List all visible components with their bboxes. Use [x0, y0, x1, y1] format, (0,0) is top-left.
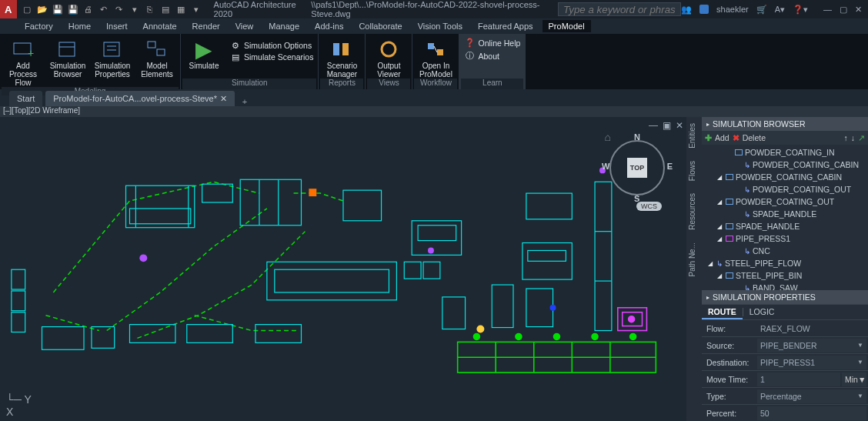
- doctab-start[interactable]: Start: [9, 91, 42, 106]
- qat-save-icon[interactable]: 💾: [52, 4, 63, 15]
- simulate-scenarios-button[interactable]: ▤Simulate Scenarios: [227, 52, 316, 62]
- scenario-manager-button[interactable]: ScenarioManager: [320, 37, 363, 79]
- signin-icon[interactable]: 👥: [681, 5, 692, 15]
- vp-close-icon[interactable]: ✕: [676, 120, 683, 131]
- svg-point-65: [630, 333, 636, 339]
- tab-promodel[interactable]: ProModel: [542, 20, 591, 32]
- avatar[interactable]: [699, 5, 709, 14]
- tab-manage[interactable]: Manage: [262, 20, 305, 32]
- drawing-viewport[interactable]: — ▣ ✕ ⌂ TOP N S E W WCS └─ YX: [0, 117, 686, 421]
- qat-dropdown-icon[interactable]: ▾: [191, 4, 202, 15]
- tree-node[interactable]: ◢PIPE_PRESS1: [702, 232, 868, 245]
- new-tab-button[interactable]: +: [238, 97, 252, 106]
- tab-collaborate[interactable]: Collaborate: [352, 20, 408, 32]
- wcs-badge[interactable]: WCS: [636, 202, 662, 211]
- viewcube[interactable]: TOP N S E W: [605, 135, 669, 200]
- expander-icon[interactable]: ◢: [706, 260, 714, 267]
- qat-redo-icon[interactable]: ↷: [114, 4, 125, 15]
- tab-logic[interactable]: LOGIC: [743, 305, 781, 319]
- tab-factory[interactable]: Factory: [18, 20, 59, 32]
- viewport-label[interactable]: [–][Top][2D Wireframe]: [0, 106, 868, 117]
- vp-maximize-icon[interactable]: ▣: [663, 120, 671, 131]
- expander-icon[interactable]: ◢: [716, 199, 723, 205]
- qat-grid-icon[interactable]: ▦: [175, 4, 186, 15]
- sidetab-entities[interactable]: Entities: [686, 117, 702, 155]
- open-in-promodel-button[interactable]: Open InProModel: [414, 37, 457, 79]
- expander-icon[interactable]: ◢: [716, 236, 723, 242]
- tab-annotate[interactable]: Annotate: [137, 20, 183, 32]
- tab-home[interactable]: Home: [62, 20, 97, 32]
- qat-more-icon[interactable]: ▾: [129, 4, 140, 15]
- prop-dest-dropdown[interactable]: PIPE_PRESS1▼: [757, 356, 866, 369]
- tree-node[interactable]: ◢POWDER_COATING_OUT: [702, 195, 868, 208]
- add-button[interactable]: Add: [715, 133, 729, 142]
- doctab-active[interactable]: ProModel-for-AutoCA...ovel-process-Steve…: [45, 91, 235, 106]
- viewcube-face[interactable]: TOP: [627, 158, 647, 178]
- tab-visiontools[interactable]: Vision Tools: [412, 20, 469, 32]
- online-help-button[interactable]: ❓Online Help: [461, 37, 523, 48]
- tree-node[interactable]: ↳CNC: [702, 245, 868, 257]
- qat-open-icon[interactable]: 📂: [37, 4, 48, 15]
- qat-saveas-icon[interactable]: 💾: [68, 4, 78, 15]
- sidetab-pathnetworks[interactable]: Path Ne...: [686, 236, 702, 282]
- simulation-properties-button[interactable]: SimulationProperties: [91, 37, 134, 79]
- simulation-browser-button[interactable]: SimulationBrowser: [46, 37, 89, 79]
- tree-node[interactable]: ↳POWDER_COATING_OUT: [702, 183, 868, 195]
- tree-node[interactable]: ↳BAND_SAW: [702, 282, 868, 290]
- output-viewer-button[interactable]: OutputViewer: [367, 37, 410, 79]
- tab-featuredapps[interactable]: Featured Apps: [472, 20, 539, 32]
- maximize-icon[interactable]: ▢: [840, 5, 847, 15]
- sidetab-resources[interactable]: Resources: [686, 187, 702, 236]
- prop-source-dropdown[interactable]: PIPE_BENDER▼: [757, 339, 866, 353]
- ucs-icon[interactable]: └─ YX: [6, 393, 32, 418]
- expander-icon[interactable]: ◢: [716, 223, 723, 230]
- tree-node[interactable]: ◢POWDER_COATING_IN: [702, 146, 868, 159]
- close-tab-icon[interactable]: ✕: [220, 94, 227, 104]
- prop-movetime-unit[interactable]: Min▼: [842, 373, 866, 386]
- cart-icon[interactable]: 🛒: [756, 5, 767, 15]
- simulate-button[interactable]: ▶Simulate: [182, 37, 225, 70]
- svg-rect-35: [404, 262, 421, 279]
- tree-node[interactable]: ◢SPADE_HANDLE: [702, 220, 868, 232]
- qat-share-icon[interactable]: ⎘: [145, 4, 155, 15]
- qat-layers-icon[interactable]: ▤: [160, 4, 171, 15]
- about-button[interactable]: ⓘAbout: [461, 50, 502, 62]
- tab-render[interactable]: Render: [186, 20, 226, 32]
- tree-node[interactable]: ◢STEEL_PIPE_BIN: [702, 269, 868, 282]
- minimize-icon[interactable]: —: [823, 5, 832, 15]
- expander-icon[interactable]: ◢: [716, 272, 723, 279]
- model-elements-button[interactable]: ModelElements: [135, 37, 179, 79]
- tab-insert[interactable]: Insert: [100, 20, 134, 32]
- goto-icon[interactable]: ↗: [858, 133, 865, 142]
- tree-node[interactable]: ↳POWDER_COATING_CABIN: [702, 159, 868, 171]
- help-icon[interactable]: ❓▾: [793, 5, 808, 15]
- expander-icon[interactable]: ◢: [716, 174, 723, 181]
- move-up-icon[interactable]: ↑: [844, 133, 848, 142]
- qat-new-icon[interactable]: ▢: [22, 4, 32, 15]
- app-logo[interactable]: A: [0, 0, 17, 18]
- tab-view[interactable]: View: [229, 20, 260, 32]
- delete-button[interactable]: Delete: [743, 133, 766, 142]
- simulation-options-button[interactable]: ⚙Simulation Options: [227, 40, 316, 51]
- prop-percent-input[interactable]: 50: [757, 406, 866, 420]
- tree-node[interactable]: ↳SPADE_HANDLE: [702, 208, 868, 220]
- qat-print-icon[interactable]: 🖨: [83, 4, 94, 15]
- tree-node-label: POWDER_COATING_OUT: [736, 197, 834, 206]
- expander-icon[interactable]: ◢: [725, 149, 733, 156]
- qat-undo-icon[interactable]: ↶: [98, 4, 109, 15]
- browser-tree[interactable]: ◢POWDER_COATING_IN↳POWDER_COATING_CABIN◢…: [702, 145, 868, 290]
- prop-type-dropdown[interactable]: Percentage▼: [757, 389, 866, 403]
- prop-movetime-input[interactable]: 1: [757, 373, 840, 386]
- add-process-flow-button[interactable]: +AddProcess Flow: [2, 37, 45, 87]
- search-input[interactable]: [558, 2, 681, 16]
- vp-minimize-icon[interactable]: —: [649, 120, 658, 131]
- flow-arrow-icon: ↳: [744, 284, 750, 291]
- tree-node[interactable]: ◢POWDER_COATING_CABIN: [702, 171, 868, 183]
- sidetab-flows[interactable]: Flows: [686, 155, 702, 187]
- tree-node[interactable]: ◢↳STEEL_PIPE_FLOW: [702, 257, 868, 269]
- move-down-icon[interactable]: ↓: [851, 133, 855, 142]
- tab-route[interactable]: ROUTE: [702, 305, 743, 319]
- app-menu-icon[interactable]: A▾: [775, 5, 785, 15]
- tab-addins[interactable]: Add-ins: [309, 20, 349, 32]
- close-icon[interactable]: ✕: [855, 5, 862, 15]
